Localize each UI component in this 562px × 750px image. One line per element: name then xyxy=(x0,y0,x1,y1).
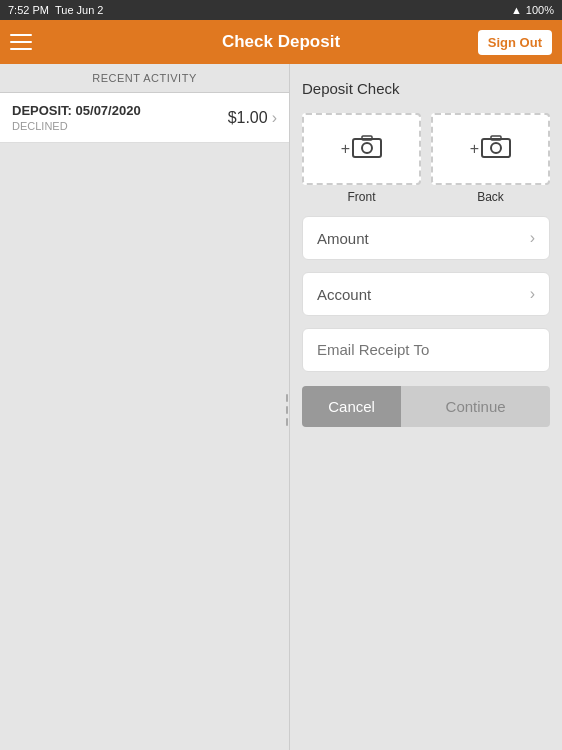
email-field[interactable] xyxy=(302,328,550,372)
svg-point-1 xyxy=(362,143,372,153)
battery-label: 100% xyxy=(526,4,554,16)
account-chevron-icon: › xyxy=(530,285,535,303)
deposit-item-left: DEPOSIT: 05/07/2020 DECLINED xyxy=(12,103,141,132)
left-panel: RECENT ACTIVITY DEPOSIT: 05/07/2020 DECL… xyxy=(0,64,290,750)
deposit-list-item[interactable]: DEPOSIT: 05/07/2020 DECLINED $1.00 › xyxy=(0,93,289,143)
camera-front-capture[interactable]: + xyxy=(302,113,421,185)
status-bar: 7:52 PM Tue Jun 2 ▲ 100% xyxy=(0,0,562,20)
status-bar-left: 7:52 PM Tue Jun 2 xyxy=(8,4,103,16)
camera-back-capture[interactable]: + xyxy=(431,113,550,185)
sign-out-button[interactable]: Sign Out xyxy=(478,30,552,55)
deposit-label: DEPOSIT: 05/07/2020 xyxy=(12,103,141,118)
wifi-icon: ▲ xyxy=(511,4,522,16)
time-label: 7:52 PM xyxy=(8,4,49,16)
deposit-amount-row: $1.00 › xyxy=(228,109,277,127)
right-panel: Deposit Check + Front xyxy=(290,64,562,750)
amount-field[interactable]: Amount › xyxy=(302,216,550,260)
continue-button[interactable]: Continue xyxy=(401,386,550,427)
camera-front-icon xyxy=(352,134,382,165)
date-label: Tue Jun 2 xyxy=(55,4,104,16)
chevron-right-icon: › xyxy=(272,109,277,127)
camera-back-icon xyxy=(481,134,511,165)
plus-icon-back: + xyxy=(470,140,479,158)
cancel-button[interactable]: Cancel xyxy=(302,386,401,427)
nav-bar: Check Deposit Sign Out xyxy=(0,20,562,64)
deposit-status: DECLINED xyxy=(12,120,141,132)
menu-icon[interactable] xyxy=(10,34,32,50)
camera-front-box: + Front xyxy=(302,113,421,204)
deposit-amount: $1.00 xyxy=(228,109,268,127)
main-content: RECENT ACTIVITY DEPOSIT: 05/07/2020 DECL… xyxy=(0,64,562,750)
camera-back-label: Back xyxy=(477,190,504,204)
camera-back-box: + Back xyxy=(431,113,550,204)
amount-label: Amount xyxy=(317,230,369,247)
svg-rect-3 xyxy=(482,139,510,157)
status-bar-right: ▲ 100% xyxy=(511,4,554,16)
account-label: Account xyxy=(317,286,371,303)
recent-activity-header: RECENT ACTIVITY xyxy=(0,64,289,93)
button-row: Cancel Continue xyxy=(302,386,550,427)
drag-handle xyxy=(285,390,289,430)
plus-icon-front: + xyxy=(341,140,350,158)
deposit-check-title: Deposit Check xyxy=(302,80,550,97)
amount-chevron-icon: › xyxy=(530,229,535,247)
camera-front-label: Front xyxy=(347,190,375,204)
account-field[interactable]: Account › xyxy=(302,272,550,316)
email-input[interactable] xyxy=(317,341,535,358)
svg-rect-0 xyxy=(353,139,381,157)
nav-title: Check Deposit xyxy=(222,32,340,52)
camera-row: + Front + xyxy=(302,113,550,204)
svg-point-4 xyxy=(491,143,501,153)
